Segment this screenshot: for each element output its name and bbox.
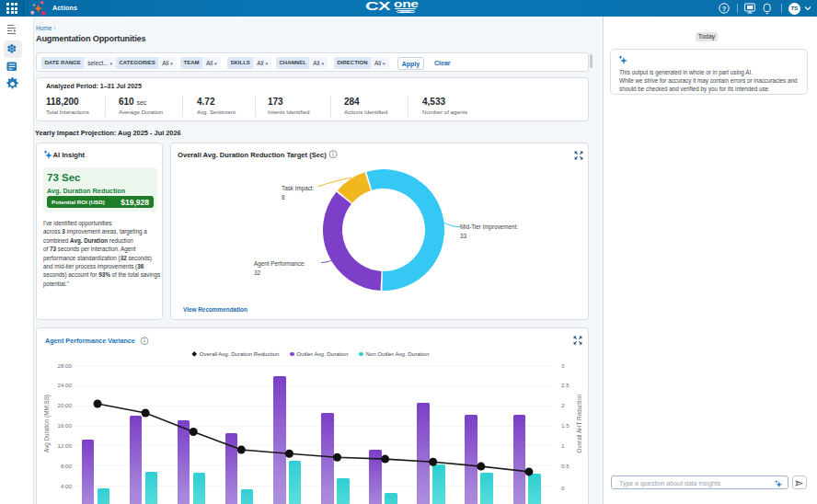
svg-text:?: ? <box>722 5 727 13</box>
